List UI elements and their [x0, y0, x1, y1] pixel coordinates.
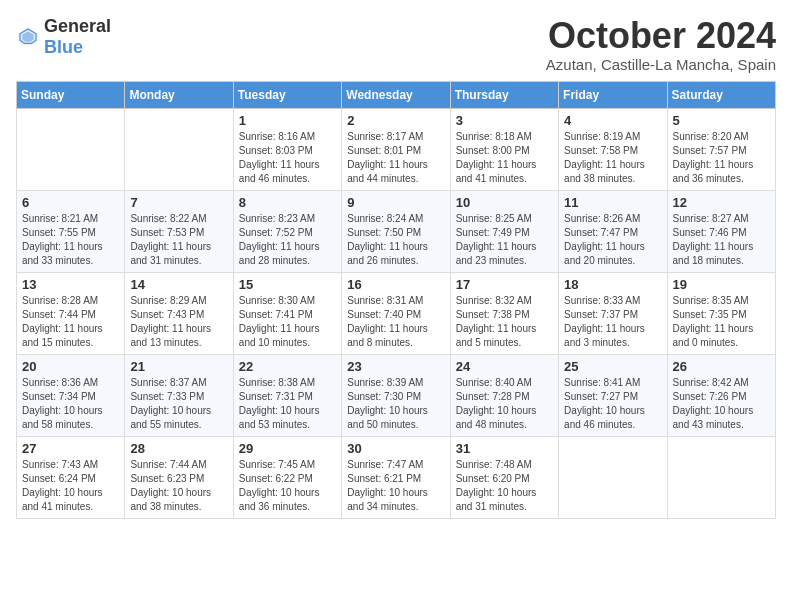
day-number: 30 [347, 441, 444, 456]
day-number: 26 [673, 359, 770, 374]
calendar-cell: 17Sunrise: 8:32 AM Sunset: 7:38 PM Dayli… [450, 272, 558, 354]
cell-text: Sunrise: 8:42 AM Sunset: 7:26 PM Dayligh… [673, 376, 770, 432]
calendar-cell [667, 436, 775, 518]
cell-text: Sunrise: 8:21 AM Sunset: 7:55 PM Dayligh… [22, 212, 119, 268]
cell-text: Sunrise: 8:37 AM Sunset: 7:33 PM Dayligh… [130, 376, 227, 432]
cell-text: Sunrise: 7:43 AM Sunset: 6:24 PM Dayligh… [22, 458, 119, 514]
calendar-cell: 6Sunrise: 8:21 AM Sunset: 7:55 PM Daylig… [17, 190, 125, 272]
calendar-table: SundayMondayTuesdayWednesdayThursdayFrid… [16, 81, 776, 519]
day-number: 1 [239, 113, 336, 128]
month-title: October 2024 [546, 16, 776, 56]
cell-text: Sunrise: 7:45 AM Sunset: 6:22 PM Dayligh… [239, 458, 336, 514]
day-number: 25 [564, 359, 661, 374]
cell-text: Sunrise: 8:28 AM Sunset: 7:44 PM Dayligh… [22, 294, 119, 350]
day-number: 5 [673, 113, 770, 128]
day-number: 18 [564, 277, 661, 292]
day-number: 13 [22, 277, 119, 292]
calendar-body: 1Sunrise: 8:16 AM Sunset: 8:03 PM Daylig… [17, 108, 776, 518]
calendar-cell: 15Sunrise: 8:30 AM Sunset: 7:41 PM Dayli… [233, 272, 341, 354]
cell-text: Sunrise: 8:32 AM Sunset: 7:38 PM Dayligh… [456, 294, 553, 350]
day-header-tuesday: Tuesday [233, 81, 341, 108]
day-header-wednesday: Wednesday [342, 81, 450, 108]
day-number: 23 [347, 359, 444, 374]
cell-text: Sunrise: 8:29 AM Sunset: 7:43 PM Dayligh… [130, 294, 227, 350]
cell-text: Sunrise: 8:20 AM Sunset: 7:57 PM Dayligh… [673, 130, 770, 186]
cell-text: Sunrise: 8:25 AM Sunset: 7:49 PM Dayligh… [456, 212, 553, 268]
cell-text: Sunrise: 7:48 AM Sunset: 6:20 PM Dayligh… [456, 458, 553, 514]
day-number: 14 [130, 277, 227, 292]
calendar-week-row: 13Sunrise: 8:28 AM Sunset: 7:44 PM Dayli… [17, 272, 776, 354]
day-number: 2 [347, 113, 444, 128]
cell-text: Sunrise: 8:16 AM Sunset: 8:03 PM Dayligh… [239, 130, 336, 186]
title-area: October 2024 Azutan, Castille-La Mancha,… [546, 16, 776, 73]
calendar-cell: 8Sunrise: 8:23 AM Sunset: 7:52 PM Daylig… [233, 190, 341, 272]
day-number: 27 [22, 441, 119, 456]
cell-text: Sunrise: 8:41 AM Sunset: 7:27 PM Dayligh… [564, 376, 661, 432]
cell-text: Sunrise: 8:19 AM Sunset: 7:58 PM Dayligh… [564, 130, 661, 186]
day-header-sunday: Sunday [17, 81, 125, 108]
day-header-saturday: Saturday [667, 81, 775, 108]
day-header-thursday: Thursday [450, 81, 558, 108]
day-number: 21 [130, 359, 227, 374]
logo: General Blue [16, 16, 111, 58]
calendar-header-row: SundayMondayTuesdayWednesdayThursdayFrid… [17, 81, 776, 108]
day-number: 29 [239, 441, 336, 456]
cell-text: Sunrise: 8:23 AM Sunset: 7:52 PM Dayligh… [239, 212, 336, 268]
cell-text: Sunrise: 8:17 AM Sunset: 8:01 PM Dayligh… [347, 130, 444, 186]
cell-text: Sunrise: 8:24 AM Sunset: 7:50 PM Dayligh… [347, 212, 444, 268]
day-number: 4 [564, 113, 661, 128]
day-number: 8 [239, 195, 336, 210]
logo-icon [16, 25, 40, 49]
day-number: 12 [673, 195, 770, 210]
day-number: 28 [130, 441, 227, 456]
cell-text: Sunrise: 8:38 AM Sunset: 7:31 PM Dayligh… [239, 376, 336, 432]
day-number: 22 [239, 359, 336, 374]
calendar-cell: 29Sunrise: 7:45 AM Sunset: 6:22 PM Dayli… [233, 436, 341, 518]
day-number: 16 [347, 277, 444, 292]
calendar-cell: 7Sunrise: 8:22 AM Sunset: 7:53 PM Daylig… [125, 190, 233, 272]
day-number: 15 [239, 277, 336, 292]
cell-text: Sunrise: 8:30 AM Sunset: 7:41 PM Dayligh… [239, 294, 336, 350]
calendar-week-row: 20Sunrise: 8:36 AM Sunset: 7:34 PM Dayli… [17, 354, 776, 436]
day-number: 20 [22, 359, 119, 374]
calendar-cell: 27Sunrise: 7:43 AM Sunset: 6:24 PM Dayli… [17, 436, 125, 518]
calendar-cell: 5Sunrise: 8:20 AM Sunset: 7:57 PM Daylig… [667, 108, 775, 190]
calendar-week-row: 1Sunrise: 8:16 AM Sunset: 8:03 PM Daylig… [17, 108, 776, 190]
calendar-cell: 28Sunrise: 7:44 AM Sunset: 6:23 PM Dayli… [125, 436, 233, 518]
day-number: 11 [564, 195, 661, 210]
cell-text: Sunrise: 8:27 AM Sunset: 7:46 PM Dayligh… [673, 212, 770, 268]
calendar-cell: 4Sunrise: 8:19 AM Sunset: 7:58 PM Daylig… [559, 108, 667, 190]
calendar-cell: 3Sunrise: 8:18 AM Sunset: 8:00 PM Daylig… [450, 108, 558, 190]
calendar-cell: 1Sunrise: 8:16 AM Sunset: 8:03 PM Daylig… [233, 108, 341, 190]
logo-text: General Blue [44, 16, 111, 58]
cell-text: Sunrise: 8:39 AM Sunset: 7:30 PM Dayligh… [347, 376, 444, 432]
logo-blue: Blue [44, 37, 83, 57]
calendar-cell [17, 108, 125, 190]
calendar-cell: 30Sunrise: 7:47 AM Sunset: 6:21 PM Dayli… [342, 436, 450, 518]
calendar-cell: 2Sunrise: 8:17 AM Sunset: 8:01 PM Daylig… [342, 108, 450, 190]
cell-text: Sunrise: 8:22 AM Sunset: 7:53 PM Dayligh… [130, 212, 227, 268]
cell-text: Sunrise: 8:18 AM Sunset: 8:00 PM Dayligh… [456, 130, 553, 186]
cell-text: Sunrise: 8:31 AM Sunset: 7:40 PM Dayligh… [347, 294, 444, 350]
day-number: 6 [22, 195, 119, 210]
calendar-cell: 16Sunrise: 8:31 AM Sunset: 7:40 PM Dayli… [342, 272, 450, 354]
cell-text: Sunrise: 8:36 AM Sunset: 7:34 PM Dayligh… [22, 376, 119, 432]
day-number: 31 [456, 441, 553, 456]
calendar-cell: 9Sunrise: 8:24 AM Sunset: 7:50 PM Daylig… [342, 190, 450, 272]
cell-text: Sunrise: 8:26 AM Sunset: 7:47 PM Dayligh… [564, 212, 661, 268]
day-number: 7 [130, 195, 227, 210]
calendar-cell: 25Sunrise: 8:41 AM Sunset: 7:27 PM Dayli… [559, 354, 667, 436]
calendar-cell: 20Sunrise: 8:36 AM Sunset: 7:34 PM Dayli… [17, 354, 125, 436]
calendar-cell: 14Sunrise: 8:29 AM Sunset: 7:43 PM Dayli… [125, 272, 233, 354]
day-number: 3 [456, 113, 553, 128]
calendar-cell: 26Sunrise: 8:42 AM Sunset: 7:26 PM Dayli… [667, 354, 775, 436]
calendar-cell [559, 436, 667, 518]
day-header-monday: Monday [125, 81, 233, 108]
day-number: 17 [456, 277, 553, 292]
page-header: General Blue October 2024 Azutan, Castil… [16, 16, 776, 73]
cell-text: Sunrise: 7:44 AM Sunset: 6:23 PM Dayligh… [130, 458, 227, 514]
calendar-cell: 22Sunrise: 8:38 AM Sunset: 7:31 PM Dayli… [233, 354, 341, 436]
day-number: 19 [673, 277, 770, 292]
day-number: 10 [456, 195, 553, 210]
calendar-cell: 13Sunrise: 8:28 AM Sunset: 7:44 PM Dayli… [17, 272, 125, 354]
